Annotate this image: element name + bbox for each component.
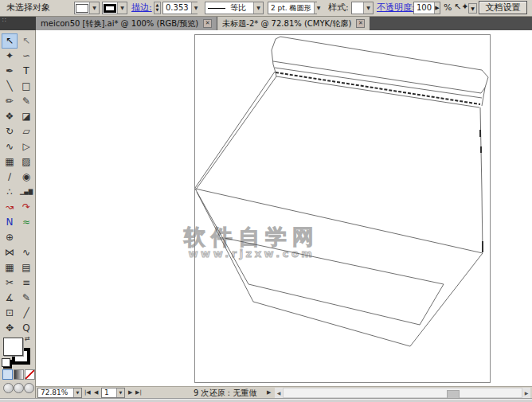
scroll-right-icon[interactable]: ▶ (522, 388, 530, 398)
normal-screen-mode-button[interactable] (3, 383, 14, 393)
opacity-panel-link[interactable]: 不透明度: (377, 2, 415, 14)
document-tab-untitled2[interactable]: 未标题-2* @ 72.81% (CMYK/轮廓) ✕ (217, 17, 370, 30)
zoom-tool[interactable]: Q (18, 321, 34, 336)
close-icon[interactable]: ✕ (356, 19, 365, 28)
wireframe-segment (196, 76, 276, 189)
first-artboard-icon[interactable]: |◀ (84, 388, 91, 398)
stroke-panel-link[interactable]: 描边: (131, 2, 152, 14)
stroke-profile-dropdown[interactable]: 等比 ▼ (205, 2, 264, 14)
n-curve-plugin-tool[interactable]: N (2, 215, 18, 230)
fill-color-dropdown[interactable]: ▼ (74, 2, 100, 14)
next-artboard-icon[interactable]: ▶ (128, 388, 132, 398)
wireframe-drawing (36, 30, 532, 386)
control-bar: 未选择对象 ▼ ▼ 描边: ▲ ▼ 0.353 ▼ 等比 ▼ 2 pt. 椭圆形… (0, 0, 532, 17)
blob-brush-tool[interactable]: ❖ (2, 109, 18, 124)
empty-slot (18, 230, 34, 245)
line-segment-tool[interactable]: ╲ (2, 79, 18, 94)
document-setup-button[interactable]: 文档设置 (479, 1, 527, 14)
print-tiling-tool[interactable]: ▤ (18, 260, 34, 275)
zoom-level-combobox[interactable]: 72.81% ▼ (37, 388, 82, 398)
none-mode-button[interactable] (25, 369, 35, 380)
opacity-combobox[interactable]: 100 ▶ (413, 2, 440, 14)
selection-tool[interactable]: ↖ (2, 33, 18, 49)
horizontal-scrollbar[interactable] (283, 388, 522, 398)
type-tool[interactable]: T (18, 64, 34, 79)
swap-fill-stroke-icon[interactable]: ⇄ (25, 335, 30, 342)
knife-tool[interactable]: ╱ (18, 306, 34, 321)
document-tab-meicon50[interactable]: meicon50 [转换].ai* @ 100% (RGB/预览) ✕ (36, 17, 217, 30)
default-fill-stroke-icon[interactable] (2, 358, 10, 367)
blend-tool[interactable]: ◉ (18, 170, 34, 185)
color-mode-button[interactable] (2, 369, 13, 380)
eraser-tool[interactable]: ◪ (18, 109, 34, 124)
eyedropper-tool[interactable]: ∕ (2, 170, 18, 185)
artboard-border (195, 35, 491, 383)
free-transform-tool[interactable]: ▷ (18, 139, 34, 154)
wireframe-segment (275, 68, 482, 98)
artboard-number-combobox[interactable]: 1 ▼ (101, 388, 125, 398)
live-paint-tool[interactable]: ✎ (18, 291, 34, 306)
scissors-tool[interactable]: ✂ (2, 275, 18, 291)
stroke-weight-combobox[interactable]: 0.353 ▼ (162, 2, 198, 14)
gradient-mode-button[interactable] (14, 369, 24, 380)
scroll-left-icon[interactable]: ◀ (275, 388, 283, 398)
stroke-profile-preview-icon (208, 8, 225, 9)
last-artboard-icon[interactable]: ▶| (135, 388, 142, 398)
warp-tool[interactable]: ∿ (18, 245, 34, 260)
artboard-tool[interactable]: ⊕ (2, 230, 18, 245)
rotate-tool[interactable]: ↻ (2, 124, 18, 139)
hand-tool[interactable]: ✥ (2, 321, 18, 336)
wireframe-segment (197, 192, 253, 302)
close-icon[interactable]: ✕ (203, 19, 212, 28)
chevron-down-icon: ▼ (89, 2, 99, 14)
wireframe-segment (482, 88, 485, 106)
chevron-down-icon: ▼ (363, 2, 373, 14)
mesh-tool[interactable]: ▦ (2, 154, 18, 170)
status-bar: 72.81% ▼ |◀ ◀ 1 ▼ ▶ ▶| 9 次还原：无重做 ▶ ◀ ▶ (36, 386, 532, 398)
previous-artboard-icon[interactable]: ◀ (94, 388, 98, 398)
rectangle-tool[interactable]: □ (18, 79, 34, 94)
pen-tool[interactable]: ✒ (2, 64, 18, 79)
wireframe-segment (481, 70, 488, 93)
pencil-tool[interactable]: ✎ (18, 94, 34, 109)
wireframe-segment (195, 72, 275, 188)
tab-label: meicon50 [转换].ai* @ 100% (RGB/预览) (41, 18, 198, 29)
wireframe-segment (248, 284, 420, 325)
toolbox-panel-header[interactable]: ∷ (0, 17, 36, 30)
wave-plugin-tool[interactable]: ≈ (18, 215, 34, 230)
column-list-tool[interactable]: ≡ (18, 275, 34, 291)
curve-plugin-tool[interactable]: ↷ (18, 200, 34, 215)
stroke-weight-stepper[interactable]: ▲ ▼ (154, 2, 161, 14)
status-menu-icon[interactable]: ▶ (267, 388, 271, 398)
chevron-down-icon: ▼ (314, 2, 323, 14)
envelope-tool[interactable]: ⋈ (2, 245, 18, 260)
brush-dropdown[interactable]: 2 pt. 椭圆形 ▼ (268, 2, 317, 14)
graph-tool[interactable]: ▁▄▇ (18, 185, 34, 200)
measure-tool[interactable]: ∡ (2, 291, 18, 306)
spinner-right-icon[interactable]: ▶ (434, 2, 440, 14)
wireframe-segment (272, 37, 280, 76)
direct-selection-tool[interactable]: ↖ (18, 33, 34, 49)
wireframe-segment (276, 76, 479, 107)
select-similar-icon[interactable]: ↖✦ (454, 2, 468, 13)
gradient-tool[interactable]: ▨ (18, 154, 34, 170)
canvas[interactable]: 软件自学网 www.rjzxw.com (36, 30, 532, 386)
spinner-down-icon[interactable]: ▼ (155, 7, 160, 12)
fullscreen-menu-mode-button[interactable] (14, 383, 24, 393)
crop-area-tool[interactable]: ⊡ (2, 306, 18, 321)
select-similar-dropdown[interactable]: ▼ (468, 3, 477, 14)
fullscreen-mode-button[interactable] (24, 383, 34, 393)
stroke-color-dropdown[interactable]: ▼ (102, 2, 127, 14)
fill-indicator[interactable] (3, 338, 23, 356)
magic-wand-tool[interactable]: ✦ (2, 49, 18, 64)
chevron-down-icon: ▼ (116, 388, 124, 397)
style-dropdown[interactable]: ▼ (351, 2, 374, 14)
perspective-grid-tool[interactable]: ▦ (2, 260, 18, 275)
symbol-sprayer-tool[interactable]: ∴ (2, 185, 18, 200)
toolbox: ↖↖✦∽✒T╲□✏✎❖◪↻▱∿▷▦▨∕◉∴▁▄▇↝↷N≈⊕⋈∿▦▤✂≡∡✎⊡╱✥… (0, 30, 36, 398)
lasso-tool[interactable]: ∽ (18, 49, 34, 64)
paintbrush-tool[interactable]: ✏ (2, 94, 18, 109)
scale-tool[interactable]: ▱ (18, 124, 34, 139)
reshape-plugin-tool[interactable]: ↝ (2, 200, 18, 215)
width-tool[interactable]: ∿ (2, 139, 18, 154)
